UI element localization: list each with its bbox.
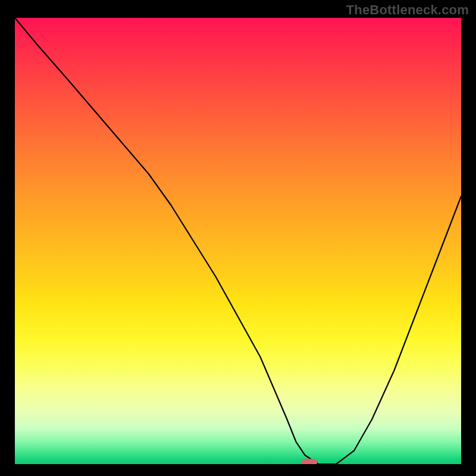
watermark-text: TheBottleneck.com [346, 2, 469, 18]
plot-area [15, 18, 461, 464]
bottleneck-marker [302, 459, 317, 464]
bottleneck-curve [15, 18, 461, 464]
chart-frame: TheBottleneck.com [0, 0, 476, 476]
